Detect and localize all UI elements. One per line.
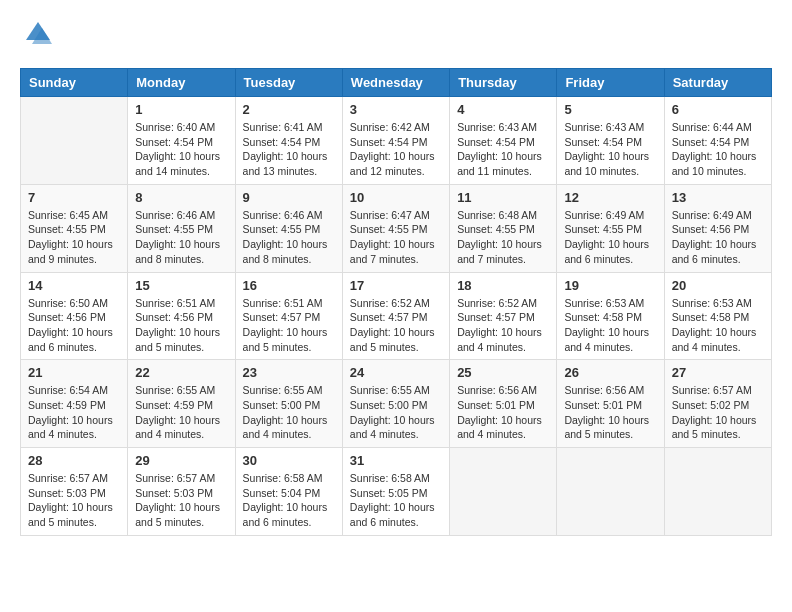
day-info: Sunrise: 6:53 AM Sunset: 4:58 PM Dayligh… (672, 296, 764, 355)
day-number: 21 (28, 365, 120, 380)
day-number: 12 (564, 190, 656, 205)
day-info: Sunrise: 6:58 AM Sunset: 5:04 PM Dayligh… (243, 471, 335, 530)
day-info: Sunrise: 6:44 AM Sunset: 4:54 PM Dayligh… (672, 120, 764, 179)
calendar-cell (21, 97, 128, 185)
calendar-cell: 22Sunrise: 6:55 AM Sunset: 4:59 PM Dayli… (128, 360, 235, 448)
day-number: 19 (564, 278, 656, 293)
calendar-week-4: 21Sunrise: 6:54 AM Sunset: 4:59 PM Dayli… (21, 360, 772, 448)
calendar-week-5: 28Sunrise: 6:57 AM Sunset: 5:03 PM Dayli… (21, 448, 772, 536)
calendar-cell: 31Sunrise: 6:58 AM Sunset: 5:05 PM Dayli… (342, 448, 449, 536)
column-header-tuesday: Tuesday (235, 69, 342, 97)
day-number: 3 (350, 102, 442, 117)
day-info: Sunrise: 6:58 AM Sunset: 5:05 PM Dayligh… (350, 471, 442, 530)
day-info: Sunrise: 6:43 AM Sunset: 4:54 PM Dayligh… (457, 120, 549, 179)
day-info: Sunrise: 6:53 AM Sunset: 4:58 PM Dayligh… (564, 296, 656, 355)
day-info: Sunrise: 6:56 AM Sunset: 5:01 PM Dayligh… (564, 383, 656, 442)
calendar-cell: 23Sunrise: 6:55 AM Sunset: 5:00 PM Dayli… (235, 360, 342, 448)
day-number: 8 (135, 190, 227, 205)
calendar-cell: 20Sunrise: 6:53 AM Sunset: 4:58 PM Dayli… (664, 272, 771, 360)
day-number: 28 (28, 453, 120, 468)
day-info: Sunrise: 6:51 AM Sunset: 4:57 PM Dayligh… (243, 296, 335, 355)
calendar-cell: 21Sunrise: 6:54 AM Sunset: 4:59 PM Dayli… (21, 360, 128, 448)
calendar-cell: 8Sunrise: 6:46 AM Sunset: 4:55 PM Daylig… (128, 184, 235, 272)
day-info: Sunrise: 6:46 AM Sunset: 4:55 PM Dayligh… (135, 208, 227, 267)
day-number: 26 (564, 365, 656, 380)
calendar-cell: 7Sunrise: 6:45 AM Sunset: 4:55 PM Daylig… (21, 184, 128, 272)
day-info: Sunrise: 6:43 AM Sunset: 4:54 PM Dayligh… (564, 120, 656, 179)
day-number: 14 (28, 278, 120, 293)
day-number: 1 (135, 102, 227, 117)
calendar-cell (557, 448, 664, 536)
calendar-cell: 19Sunrise: 6:53 AM Sunset: 4:58 PM Dayli… (557, 272, 664, 360)
day-info: Sunrise: 6:48 AM Sunset: 4:55 PM Dayligh… (457, 208, 549, 267)
day-info: Sunrise: 6:57 AM Sunset: 5:03 PM Dayligh… (28, 471, 120, 530)
logo-icon (24, 20, 52, 52)
day-info: Sunrise: 6:52 AM Sunset: 4:57 PM Dayligh… (457, 296, 549, 355)
day-info: Sunrise: 6:45 AM Sunset: 4:55 PM Dayligh… (28, 208, 120, 267)
calendar-cell (664, 448, 771, 536)
day-info: Sunrise: 6:50 AM Sunset: 4:56 PM Dayligh… (28, 296, 120, 355)
day-number: 27 (672, 365, 764, 380)
calendar-cell (450, 448, 557, 536)
calendar-cell: 26Sunrise: 6:56 AM Sunset: 5:01 PM Dayli… (557, 360, 664, 448)
column-header-friday: Friday (557, 69, 664, 97)
day-number: 16 (243, 278, 335, 293)
day-number: 24 (350, 365, 442, 380)
calendar-cell: 28Sunrise: 6:57 AM Sunset: 5:03 PM Dayli… (21, 448, 128, 536)
day-number: 25 (457, 365, 549, 380)
day-info: Sunrise: 6:55 AM Sunset: 5:00 PM Dayligh… (243, 383, 335, 442)
day-info: Sunrise: 6:47 AM Sunset: 4:55 PM Dayligh… (350, 208, 442, 267)
calendar-cell: 24Sunrise: 6:55 AM Sunset: 5:00 PM Dayli… (342, 360, 449, 448)
calendar-cell: 29Sunrise: 6:57 AM Sunset: 5:03 PM Dayli… (128, 448, 235, 536)
day-number: 9 (243, 190, 335, 205)
day-number: 4 (457, 102, 549, 117)
day-number: 18 (457, 278, 549, 293)
calendar-cell: 12Sunrise: 6:49 AM Sunset: 4:55 PM Dayli… (557, 184, 664, 272)
day-number: 30 (243, 453, 335, 468)
day-info: Sunrise: 6:56 AM Sunset: 5:01 PM Dayligh… (457, 383, 549, 442)
day-number: 6 (672, 102, 764, 117)
day-info: Sunrise: 6:49 AM Sunset: 4:56 PM Dayligh… (672, 208, 764, 267)
calendar-cell: 18Sunrise: 6:52 AM Sunset: 4:57 PM Dayli… (450, 272, 557, 360)
column-header-thursday: Thursday (450, 69, 557, 97)
column-header-wednesday: Wednesday (342, 69, 449, 97)
day-number: 20 (672, 278, 764, 293)
day-info: Sunrise: 6:55 AM Sunset: 5:00 PM Dayligh… (350, 383, 442, 442)
column-header-sunday: Sunday (21, 69, 128, 97)
calendar-cell: 9Sunrise: 6:46 AM Sunset: 4:55 PM Daylig… (235, 184, 342, 272)
day-number: 31 (350, 453, 442, 468)
calendar-week-2: 7Sunrise: 6:45 AM Sunset: 4:55 PM Daylig… (21, 184, 772, 272)
calendar-cell: 30Sunrise: 6:58 AM Sunset: 5:04 PM Dayli… (235, 448, 342, 536)
calendar-cell: 4Sunrise: 6:43 AM Sunset: 4:54 PM Daylig… (450, 97, 557, 185)
day-number: 2 (243, 102, 335, 117)
calendar-cell: 25Sunrise: 6:56 AM Sunset: 5:01 PM Dayli… (450, 360, 557, 448)
calendar-week-3: 14Sunrise: 6:50 AM Sunset: 4:56 PM Dayli… (21, 272, 772, 360)
logo (20, 20, 52, 52)
day-number: 22 (135, 365, 227, 380)
day-number: 29 (135, 453, 227, 468)
day-info: Sunrise: 6:55 AM Sunset: 4:59 PM Dayligh… (135, 383, 227, 442)
calendar-cell: 2Sunrise: 6:41 AM Sunset: 4:54 PM Daylig… (235, 97, 342, 185)
calendar-cell: 11Sunrise: 6:48 AM Sunset: 4:55 PM Dayli… (450, 184, 557, 272)
day-number: 23 (243, 365, 335, 380)
day-info: Sunrise: 6:57 AM Sunset: 5:02 PM Dayligh… (672, 383, 764, 442)
day-info: Sunrise: 6:51 AM Sunset: 4:56 PM Dayligh… (135, 296, 227, 355)
calendar-table: SundayMondayTuesdayWednesdayThursdayFrid… (20, 68, 772, 536)
calendar-cell: 17Sunrise: 6:52 AM Sunset: 4:57 PM Dayli… (342, 272, 449, 360)
page-header (20, 20, 772, 52)
day-number: 15 (135, 278, 227, 293)
calendar-cell: 13Sunrise: 6:49 AM Sunset: 4:56 PM Dayli… (664, 184, 771, 272)
day-info: Sunrise: 6:41 AM Sunset: 4:54 PM Dayligh… (243, 120, 335, 179)
day-info: Sunrise: 6:49 AM Sunset: 4:55 PM Dayligh… (564, 208, 656, 267)
day-number: 11 (457, 190, 549, 205)
calendar-cell: 27Sunrise: 6:57 AM Sunset: 5:02 PM Dayli… (664, 360, 771, 448)
day-number: 13 (672, 190, 764, 205)
day-info: Sunrise: 6:42 AM Sunset: 4:54 PM Dayligh… (350, 120, 442, 179)
calendar-cell: 3Sunrise: 6:42 AM Sunset: 4:54 PM Daylig… (342, 97, 449, 185)
day-info: Sunrise: 6:46 AM Sunset: 4:55 PM Dayligh… (243, 208, 335, 267)
calendar-header-row: SundayMondayTuesdayWednesdayThursdayFrid… (21, 69, 772, 97)
day-info: Sunrise: 6:54 AM Sunset: 4:59 PM Dayligh… (28, 383, 120, 442)
day-number: 17 (350, 278, 442, 293)
day-info: Sunrise: 6:40 AM Sunset: 4:54 PM Dayligh… (135, 120, 227, 179)
day-number: 7 (28, 190, 120, 205)
